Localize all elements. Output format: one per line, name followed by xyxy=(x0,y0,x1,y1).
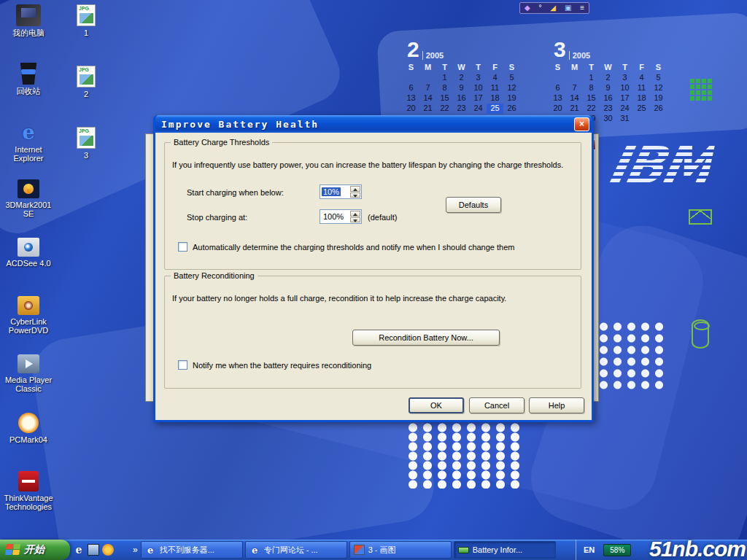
defaults-button[interactable]: Defaults xyxy=(446,197,501,213)
taskbar-task-ie[interactable]: e找不到服务器... xyxy=(141,541,243,559)
calendar-date: 1 xyxy=(436,73,453,83)
grid-square xyxy=(690,90,694,95)
calendar-date: 24 xyxy=(616,104,633,114)
calendar-date: 1 xyxy=(583,73,600,83)
taskbar-task-ie[interactable]: e专门网论坛 - ... xyxy=(245,541,347,559)
jpg-icon: JPG xyxy=(77,4,96,26)
spin-down-button[interactable] xyxy=(350,217,360,223)
calendar-date: 15 xyxy=(436,93,453,104)
calendar-date: 10 xyxy=(470,83,487,93)
calendar-month: 2 xyxy=(407,39,419,60)
auto-determine-checkbox-row[interactable]: Automatically determine the charging thr… xyxy=(178,242,514,252)
degree-icon[interactable]: ° xyxy=(538,3,541,13)
desktop-icon[interactable] xyxy=(88,544,99,556)
language-indicator[interactable]: EN xyxy=(584,545,595,554)
notify-reconditioning-checkbox-label: Notify me when the battery requires reco… xyxy=(193,361,371,370)
ie-icon: e xyxy=(145,545,156,555)
help-button[interactable]: Help xyxy=(529,397,584,413)
spin-down-button[interactable] xyxy=(350,192,360,198)
calendar-date: 25 xyxy=(487,104,503,114)
group-title: Battery Charge Thresholds xyxy=(171,138,272,147)
desktop-icon-pcmark[interactable]: PCMark04 xyxy=(3,413,54,471)
grid-square xyxy=(702,79,706,83)
ie-icon[interactable]: e xyxy=(73,544,85,556)
dialog-title: Improve Battery Health xyxy=(155,119,319,130)
ok-button[interactable]: OK xyxy=(409,397,464,413)
desktop-icon-acdsee[interactable]: ACDSee 4.0 xyxy=(3,238,54,296)
desktop-icon-thinkvantage[interactable]: ThinkVantage Technologies xyxy=(3,471,54,529)
desktop-icon-label: Media Player Classic xyxy=(3,376,54,393)
calendar-date: 12 xyxy=(503,83,520,93)
display-icon[interactable]: ▣ xyxy=(565,3,571,13)
powerdvd-icon xyxy=(18,296,39,315)
battery-cylinder-icon xyxy=(692,319,709,349)
desktop-icon-jpg[interactable]: JPG3 xyxy=(70,127,102,188)
dialog-titlebar[interactable]: Improve Battery Health × xyxy=(155,115,592,133)
taskbar-task-battery[interactable]: Battery Infor... xyxy=(454,541,556,559)
desktop-icon-jpg[interactable]: JPG2 xyxy=(70,66,102,127)
desktop-icon-my-computer[interactable]: 我的电脑 xyxy=(3,4,54,63)
calendar-day-header: S xyxy=(650,63,667,73)
checkbox-icon[interactable] xyxy=(178,242,187,252)
quick-launch-bar: e xyxy=(70,540,133,560)
start-button[interactable]: 开始 xyxy=(0,540,70,560)
cancel-button[interactable]: Cancel xyxy=(469,397,525,413)
start-charging-spinner[interactable]: 10% xyxy=(320,184,362,199)
calendar-date: 10 xyxy=(616,83,633,93)
desktop-icon-ie[interactable]: eInternet Explorer xyxy=(3,121,54,179)
grid-square xyxy=(702,85,706,89)
spin-up-button[interactable] xyxy=(350,186,360,192)
grid-square xyxy=(696,85,700,89)
grid-square xyxy=(690,79,694,83)
taskbar-task-paint[interactable]: 3 - 画图 xyxy=(349,541,452,559)
stop-charging-spinner[interactable]: 100% xyxy=(320,209,362,224)
notify-reconditioning-checkbox-row[interactable]: Notify me when the battery requires reco… xyxy=(178,360,371,370)
calendar-date xyxy=(650,114,667,124)
desktop-icon-column: JPG1JPG2JPG3 xyxy=(70,4,102,188)
desktop-icon-jpg[interactable]: JPG1 xyxy=(70,4,102,66)
jpg-icon: JPG xyxy=(77,127,96,149)
paint-icon xyxy=(354,545,365,555)
calendar-day-header: W xyxy=(600,63,616,73)
battery-indicator[interactable]: 58% xyxy=(603,544,631,556)
quick-launch-overflow-icon[interactable]: » xyxy=(133,545,138,555)
menu-icon[interactable]: ≡ xyxy=(580,3,584,13)
dots-pattern xyxy=(597,321,667,391)
desktop-icon-label: PCMark04 xyxy=(9,435,47,444)
grid-square xyxy=(696,96,700,101)
floating-toolbar[interactable]: ◆°◢▣≡ xyxy=(519,2,589,14)
calendar-date: 17 xyxy=(470,93,487,104)
desktop-icon-3dmark[interactable]: 3DMark2001 SE xyxy=(3,179,54,238)
desktop-icon-powerdvd[interactable]: CyberLink PowerDVD xyxy=(3,296,54,354)
calendar-date: 5 xyxy=(650,73,667,83)
signal-icon[interactable]: ◢ xyxy=(550,3,556,13)
battery-charge-thresholds-group: Battery Charge Thresholds If you infrequ… xyxy=(164,142,581,270)
plug-icon[interactable]: ◆ xyxy=(525,3,530,13)
calendar-date: 22 xyxy=(436,104,453,114)
close-button[interactable]: × xyxy=(574,117,589,131)
spin-up-button[interactable] xyxy=(350,211,360,217)
calendar-date: 2 xyxy=(600,73,616,83)
grid-square xyxy=(690,85,694,89)
checkbox-icon[interactable] xyxy=(178,360,187,370)
calendar-year: 2005 xyxy=(422,51,444,60)
calendar-date: 6 xyxy=(403,83,419,93)
ibm-logo: IBM xyxy=(602,136,716,195)
recondition-battery-button[interactable]: Recondition Battery Now... xyxy=(352,330,500,346)
auto-determine-checkbox-label: Automatically determine the charging thr… xyxy=(193,243,514,252)
desktop-icon-mpc[interactable]: Media Player Classic xyxy=(3,354,54,413)
calendar-header: 2 2005 xyxy=(403,39,520,60)
task-label: Battery Infor... xyxy=(473,545,522,554)
acdsee-icon xyxy=(18,238,39,257)
calendar-date: 21 xyxy=(419,104,436,114)
calendar-month: 3 xyxy=(554,39,566,60)
battery-reconditioning-group: Battery Reconditioning If your battery n… xyxy=(164,276,581,389)
grid-square xyxy=(708,96,712,101)
calendar-day-header: S xyxy=(549,63,566,73)
desktop-icon-recycle-bin[interactable]: 回收站 xyxy=(3,63,54,121)
calendar-date: 7 xyxy=(419,83,436,93)
media-icon[interactable] xyxy=(102,544,114,556)
calendar-date: 13 xyxy=(403,93,419,104)
desktop-icon-label: ThinkVantage Technologies xyxy=(3,494,54,511)
grid-square xyxy=(690,96,694,101)
